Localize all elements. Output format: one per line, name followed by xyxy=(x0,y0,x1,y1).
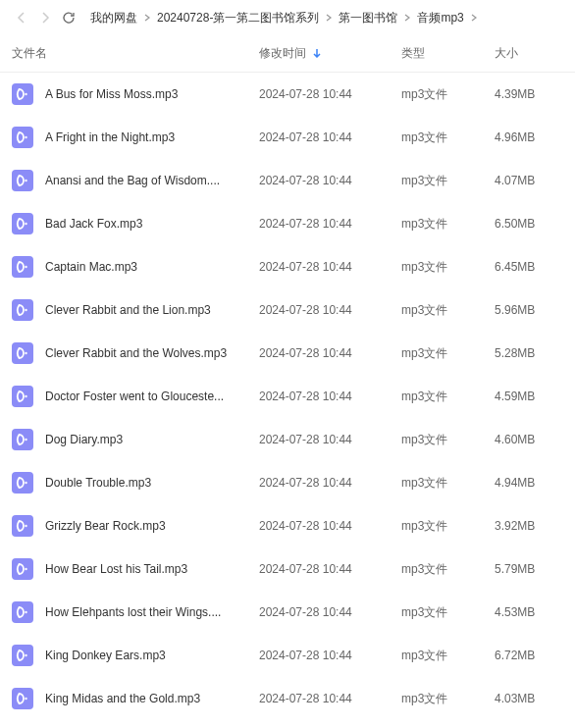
svg-point-17 xyxy=(25,439,26,441)
file-name: Doctor Foster went to Glouceste... xyxy=(45,390,259,403)
file-size: 5.79MB xyxy=(495,562,563,576)
svg-rect-2 xyxy=(12,127,33,148)
svg-point-15 xyxy=(25,395,26,397)
audio-file-icon xyxy=(12,645,33,666)
col-header-name[interactable]: 文件名 xyxy=(12,45,259,62)
file-time: 2024-07-28 10:44 xyxy=(259,433,401,446)
svg-rect-8 xyxy=(12,256,33,278)
svg-rect-4 xyxy=(12,170,33,191)
svg-point-7 xyxy=(25,223,26,225)
file-row[interactable]: How Bear Lost his Tail.mp32024-07-28 10:… xyxy=(0,547,575,591)
svg-point-5 xyxy=(25,180,26,182)
file-size: 6.72MB xyxy=(495,649,563,662)
file-name: King Midas and the Gold.mp3 xyxy=(45,692,259,705)
forward-button[interactable] xyxy=(35,8,55,27)
svg-rect-28 xyxy=(12,688,33,709)
file-row[interactable]: A Fright in the Night.mp32024-07-28 10:4… xyxy=(0,116,575,159)
file-row[interactable]: A Bus for Miss Moss.mp32024-07-28 10:44m… xyxy=(0,73,575,116)
file-size: 3.92MB xyxy=(495,519,563,533)
svg-rect-0 xyxy=(12,83,33,105)
svg-point-19 xyxy=(25,482,26,484)
breadcrumb-item[interactable]: 音频mp3 xyxy=(417,10,463,26)
file-name: Captain Mac.mp3 xyxy=(45,260,259,274)
svg-rect-26 xyxy=(12,645,33,666)
audio-file-icon xyxy=(12,83,33,105)
file-time: 2024-07-28 10:44 xyxy=(259,519,401,533)
svg-rect-24 xyxy=(12,601,33,623)
audio-file-icon xyxy=(12,558,33,580)
breadcrumb-item[interactable]: 第一图书馆 xyxy=(339,10,397,26)
file-time: 2024-07-28 10:44 xyxy=(259,692,401,705)
file-name: Grizzly Bear Rock.mp3 xyxy=(45,519,259,533)
svg-rect-14 xyxy=(12,386,33,407)
audio-file-icon xyxy=(12,386,33,407)
file-size: 5.96MB xyxy=(495,303,563,317)
file-name: King Donkey Ears.mp3 xyxy=(45,649,259,662)
col-header-type[interactable]: 类型 xyxy=(401,45,495,62)
file-name: A Bus for Miss Moss.mp3 xyxy=(45,87,259,101)
file-name: Anansi and the Bag of Wisdom.... xyxy=(45,174,259,187)
svg-point-9 xyxy=(25,266,26,268)
file-row[interactable]: Clever Rabbit and the Lion.mp32024-07-28… xyxy=(0,288,575,332)
column-header: 文件名 修改时间 类型 大小 xyxy=(0,35,575,73)
svg-point-29 xyxy=(25,698,26,700)
refresh-button[interactable] xyxy=(59,8,78,27)
file-size: 6.45MB xyxy=(495,260,563,274)
file-row[interactable]: Knight Fight.mp32024-07-28 10:44mp3文件3.7… xyxy=(0,720,575,728)
file-type: mp3文件 xyxy=(401,389,495,405)
file-size: 4.07MB xyxy=(495,174,563,187)
audio-file-icon xyxy=(12,170,33,191)
file-size: 5.28MB xyxy=(495,346,563,360)
file-list: A Bus for Miss Moss.mp32024-07-28 10:44m… xyxy=(0,73,575,728)
file-size: 4.59MB xyxy=(495,390,563,403)
col-header-size[interactable]: 大小 xyxy=(495,45,563,62)
chevron-right-icon xyxy=(325,11,333,25)
svg-point-11 xyxy=(25,309,26,311)
file-row[interactable]: Bad Jack Fox.mp32024-07-28 10:44mp3文件6.5… xyxy=(0,202,575,245)
audio-file-icon xyxy=(12,299,33,321)
svg-point-27 xyxy=(25,654,26,656)
file-name: Dog Diary.mp3 xyxy=(45,433,259,446)
chevron-right-icon xyxy=(403,11,411,25)
file-row[interactable]: Doctor Foster went to Glouceste...2024-0… xyxy=(0,375,575,418)
col-header-time[interactable]: 修改时间 xyxy=(259,45,401,62)
file-row[interactable]: Double Trouble.mp32024-07-28 10:44mp3文件4… xyxy=(0,461,575,504)
file-row[interactable]: Anansi and the Bag of Wisdom....2024-07-… xyxy=(0,159,575,202)
file-type: mp3文件 xyxy=(401,691,495,707)
toolbar: 我的网盘20240728-第一第二图书馆系列第一图书馆音频mp3 xyxy=(0,0,575,35)
file-name: How Elehpants lost their Wings.... xyxy=(45,605,259,619)
breadcrumb: 我的网盘20240728-第一第二图书馆系列第一图书馆音频mp3 xyxy=(90,10,563,26)
file-time: 2024-07-28 10:44 xyxy=(259,476,401,490)
file-row[interactable]: King Midas and the Gold.mp32024-07-28 10… xyxy=(0,677,575,720)
audio-file-icon xyxy=(12,127,33,148)
file-row[interactable]: Dog Diary.mp32024-07-28 10:44mp3文件4.60MB xyxy=(0,418,575,461)
svg-point-23 xyxy=(25,568,26,570)
file-size: 4.94MB xyxy=(495,476,563,490)
file-row[interactable]: Grizzly Bear Rock.mp32024-07-28 10:44mp3… xyxy=(0,504,575,547)
file-type: mp3文件 xyxy=(401,475,495,492)
audio-file-icon xyxy=(12,342,33,364)
breadcrumb-item[interactable]: 20240728-第一第二图书馆系列 xyxy=(157,10,319,26)
file-row[interactable]: How Elehpants lost their Wings....2024-0… xyxy=(0,591,575,634)
file-type: mp3文件 xyxy=(401,432,495,448)
file-type: mp3文件 xyxy=(401,216,495,233)
file-type: mp3文件 xyxy=(401,518,495,535)
file-time: 2024-07-28 10:44 xyxy=(259,562,401,576)
svg-point-25 xyxy=(25,611,26,613)
file-row[interactable]: Captain Mac.mp32024-07-28 10:44mp3文件6.45… xyxy=(0,245,575,288)
file-row[interactable]: Clever Rabbit and the Wolves.mp32024-07-… xyxy=(0,332,575,375)
breadcrumb-item[interactable]: 我的网盘 xyxy=(90,10,137,26)
file-type: mp3文件 xyxy=(401,173,495,189)
audio-file-icon xyxy=(12,213,33,234)
audio-file-icon xyxy=(12,472,33,494)
file-size: 4.60MB xyxy=(495,433,563,446)
svg-rect-16 xyxy=(12,429,33,450)
audio-file-icon xyxy=(12,429,33,450)
file-time: 2024-07-28 10:44 xyxy=(259,174,401,187)
back-button[interactable] xyxy=(12,8,31,27)
file-time: 2024-07-28 10:44 xyxy=(259,87,401,101)
svg-point-3 xyxy=(25,136,26,138)
file-row[interactable]: King Donkey Ears.mp32024-07-28 10:44mp3文… xyxy=(0,634,575,677)
file-time: 2024-07-28 10:44 xyxy=(259,605,401,619)
file-time: 2024-07-28 10:44 xyxy=(259,260,401,274)
